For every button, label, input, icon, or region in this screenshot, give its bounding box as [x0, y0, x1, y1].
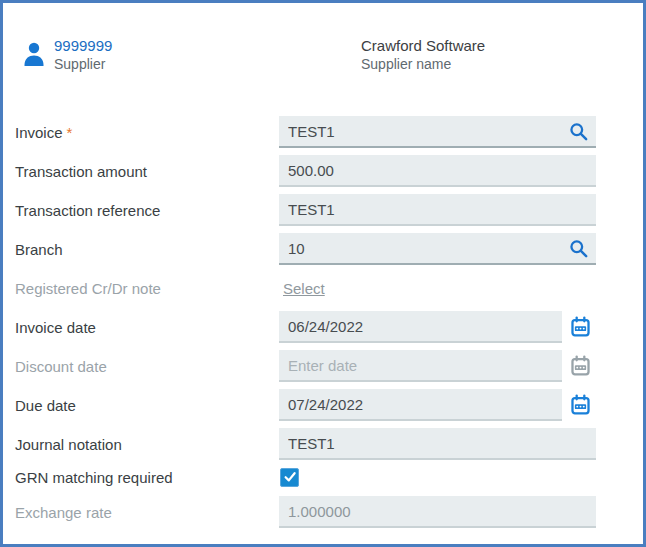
- search-icon[interactable]: [562, 232, 594, 264]
- supplier-name-value: Crawford Software: [361, 36, 485, 55]
- transaction-reference-row: Transaction reference TEST1: [3, 194, 643, 226]
- branch-input[interactable]: 10: [279, 233, 596, 265]
- select-link[interactable]: Select: [283, 280, 325, 297]
- invoice-date-row: Invoice date 06/24/2022: [3, 311, 643, 343]
- grn-matching-row: GRN matching required: [3, 467, 643, 487]
- transaction-amount-row: Transaction amount 500.00: [3, 155, 643, 187]
- transaction-amount-input[interactable]: 500.00: [279, 155, 596, 187]
- due-date-row: Due date 07/24/2022: [3, 389, 643, 421]
- branch-label: Branch: [3, 241, 279, 258]
- supplier-code-link[interactable]: 9999999: [54, 36, 112, 55]
- invoice-date-label: Invoice date: [3, 319, 279, 336]
- calendar-icon[interactable]: [564, 350, 596, 382]
- transaction-reference-label: Transaction reference: [3, 202, 279, 219]
- journal-notation-label: Journal notation: [3, 436, 279, 453]
- person-icon: [23, 41, 45, 67]
- discount-date-input[interactable]: Enter date: [279, 350, 562, 382]
- required-asterisk: *: [67, 124, 73, 141]
- invoice-form: Invoice* TEST1 Transaction amount: [3, 116, 643, 535]
- search-icon[interactable]: [562, 115, 594, 147]
- supplier-code-caption: Supplier: [54, 55, 112, 73]
- supplier-invoice-panel: 9999999 Supplier Crawford Software Suppl…: [0, 0, 646, 547]
- transaction-reference-input[interactable]: TEST1: [279, 194, 596, 226]
- transaction-amount-label: Transaction amount: [3, 163, 279, 180]
- calendar-icon[interactable]: [564, 311, 596, 343]
- invoice-input[interactable]: TEST1: [279, 116, 596, 148]
- journal-notation-row: Journal notation TEST1: [3, 428, 643, 460]
- registered-crdr-note-row: Registered Cr/Dr note Select: [3, 272, 643, 304]
- registered-crdr-note-label: Registered Cr/Dr note: [3, 280, 279, 297]
- calendar-icon[interactable]: [564, 389, 596, 421]
- discount-date-label: Discount date: [3, 358, 279, 375]
- exchange-rate-row: Exchange rate 1.000000: [3, 496, 643, 528]
- due-date-input[interactable]: 07/24/2022: [279, 389, 562, 421]
- grn-matching-label: GRN matching required: [3, 469, 279, 486]
- discount-date-row: Discount date Enter date: [3, 350, 643, 382]
- due-date-label: Due date: [3, 397, 279, 414]
- invoice-date-input[interactable]: 06/24/2022: [279, 311, 562, 343]
- invoice-row: Invoice* TEST1: [3, 116, 643, 148]
- branch-row: Branch 10: [3, 233, 643, 265]
- invoice-label: Invoice*: [3, 124, 279, 141]
- exchange-rate-label: Exchange rate: [3, 504, 279, 521]
- supplier-name-caption: Supplier name: [361, 55, 485, 73]
- supplier-name-block: Crawford Software Supplier name: [361, 36, 485, 73]
- supplier-header: 9999999 Supplier: [23, 36, 112, 73]
- journal-notation-input[interactable]: TEST1: [279, 428, 596, 460]
- exchange-rate-input: 1.000000: [279, 496, 596, 528]
- grn-matching-checkbox[interactable]: [280, 468, 299, 487]
